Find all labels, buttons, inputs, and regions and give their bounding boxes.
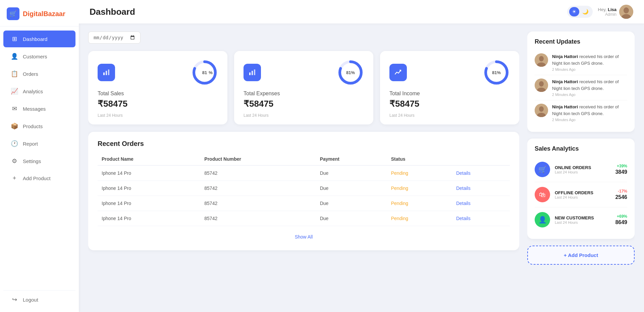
sidebar-item-dashboard[interactable]: ⊞ Dashboard: [3, 31, 75, 47]
sidebar: 🛒 DigitalBazaar ⊞ Dashboard 👤 Customers …: [0, 0, 79, 312]
logo-text: DigitalBazaar: [23, 10, 65, 18]
order-details[interactable]: Details: [452, 181, 510, 196]
sidebar-label-customers: Customers: [23, 54, 47, 59]
sidebar-item-analytics[interactable]: 📈 Analytics: [3, 83, 75, 100]
online-analytics-right: +39% 3849: [615, 164, 627, 175]
svg-point-1: [624, 7, 629, 13]
svg-rect-5: [108, 69, 109, 75]
offline-analytics-info: OFFLINE ORDERS Last 24 Hours: [555, 190, 610, 199]
online-sub: Last 24 Hours: [555, 170, 610, 174]
orders-icon: 📋: [11, 70, 18, 77]
update-text: Ninja Hattori received his order of Nigh…: [552, 104, 627, 117]
expenses-percent: 81%: [346, 70, 355, 75]
order-product-number: 85742: [200, 196, 316, 211]
order-product-name: Iphone 14 Pro: [98, 165, 200, 181]
sidebar-item-add-product[interactable]: + Add Product: [3, 170, 75, 187]
income-ring: 81%: [483, 59, 510, 86]
settings-icon: ⚙: [11, 157, 18, 165]
right-panel: Recent Updates Ninja Hattori received hi…: [527, 32, 635, 304]
col-actions: [452, 153, 510, 165]
order-payment: Due: [316, 211, 387, 226]
order-product-name: Iphone 14 Pro: [98, 181, 200, 196]
expenses-icon: [244, 64, 261, 81]
order-payment: Due: [316, 181, 387, 196]
add-product-sidebar-icon: +: [11, 175, 18, 182]
logo-name-plain: Digital: [23, 10, 43, 17]
svg-point-19: [539, 81, 544, 87]
sidebar-item-settings[interactable]: ⚙ Settings: [3, 153, 75, 169]
main-area: Dashboard ☀ 🌙 Hey, Lisa Admin: [79, 0, 644, 312]
update-avatar: [535, 53, 548, 67]
order-payment: Due: [316, 196, 387, 211]
sales-sub: Last 24 Hours: [98, 113, 218, 118]
sidebar-item-messages[interactable]: ✉ Messages: [3, 100, 75, 117]
date-input[interactable]: [88, 32, 141, 44]
order-product-name: Iphone 14 Pro: [98, 196, 200, 211]
user-info: Hey, Lisa Admin: [598, 5, 633, 19]
dark-theme-button[interactable]: 🌙: [581, 7, 591, 16]
svg-rect-9: [252, 71, 253, 75]
update-item: Ninja Hattori received his order of Nigh…: [535, 100, 627, 125]
analytics-item-online: 🛒 ONLINE ORDERS Last 24 Hours +39% 3849: [535, 157, 627, 182]
sales-percent: 81: [202, 70, 207, 75]
svg-point-22: [539, 106, 544, 112]
col-product-number: Product Number: [200, 153, 316, 165]
logo: 🛒 DigitalBazaar: [0, 0, 79, 27]
messages-icon: ✉: [11, 105, 18, 112]
sidebar-label-analytics: Analytics: [23, 89, 43, 94]
expenses-value: ₹58475: [244, 99, 364, 109]
sidebar-item-orders[interactable]: 📋 Orders: [3, 65, 75, 82]
customers-label: NEW CUSTOMERS: [555, 215, 610, 220]
online-change: +39%: [617, 164, 627, 168]
logout-icon: ↪: [11, 296, 18, 303]
online-analytics-info: ONLINE ORDERS Last 24 Hours: [555, 165, 610, 174]
analytics-icon: 📈: [11, 88, 18, 95]
report-icon: 🕐: [11, 140, 18, 147]
income-icon: [389, 64, 407, 81]
sidebar-item-report[interactable]: 🕐 Report: [3, 135, 75, 152]
table-row: Iphone 14 Pro 85742 Due Pending Details: [98, 196, 510, 211]
logout-label: Logout: [23, 297, 38, 303]
offline-change: -17%: [618, 189, 627, 194]
update-content: Ninja Hattori received his order of Nigh…: [552, 53, 627, 71]
income-percent: 81%: [492, 70, 501, 75]
add-product-dashed-button[interactable]: + Add Product: [527, 246, 635, 265]
order-details[interactable]: Details: [452, 165, 510, 181]
page-title: Dashboard: [90, 7, 135, 17]
offline-sub: Last 24 Hours: [555, 195, 610, 199]
online-label: ONLINE ORDERS: [555, 165, 610, 170]
update-text: Ninja Hattori received his order of Nigh…: [552, 53, 627, 66]
sidebar-label-products: Products: [23, 123, 43, 129]
customers-change: +69%: [617, 214, 627, 219]
user-greeting: Hey, Lisa: [598, 7, 616, 12]
order-product-name: Iphone 14 Pro: [98, 211, 200, 226]
orders-section: Recent Orders Product Name Product Numbe…: [88, 132, 519, 250]
show-all-button[interactable]: Show All: [98, 231, 510, 242]
order-status: Pending: [387, 165, 452, 181]
recent-updates-card: Recent Updates Ninja Hattori received hi…: [527, 32, 635, 132]
table-row: Iphone 14 Pro 85742 Due Pending Details: [98, 181, 510, 196]
sales-value: ₹58475: [98, 99, 218, 109]
update-item: Ninja Hattori received his order of Nigh…: [535, 75, 627, 100]
order-product-number: 85742: [200, 181, 316, 196]
logo-name-accent: Bazaar: [43, 10, 65, 17]
customers-icon: 👤: [11, 53, 18, 60]
order-details[interactable]: Details: [452, 196, 510, 211]
light-theme-button[interactable]: ☀: [569, 7, 579, 16]
orders-title: Recent Orders: [98, 140, 510, 148]
sidebar-item-products[interactable]: 📦 Products: [3, 118, 75, 135]
update-text: Ninja Hattori received his order of Nigh…: [552, 79, 627, 92]
dashboard-icon: ⊞: [11, 35, 18, 43]
update-content: Ninja Hattori received his order of Nigh…: [552, 104, 627, 122]
sidebar-label-report: Report: [23, 141, 38, 147]
sidebar-item-customers[interactable]: 👤 Customers: [3, 48, 75, 65]
income-title: Total Income: [389, 91, 510, 97]
offline-analytics-icon: 🛍: [535, 187, 550, 202]
col-payment: Payment: [316, 153, 387, 165]
order-details[interactable]: Details: [452, 211, 510, 226]
analytics-item-offline: 🛍 OFFLINE ORDERS Last 24 Hours -17% 2546: [535, 182, 627, 207]
update-time: 2 Minutes Ago: [552, 118, 627, 122]
order-status: Pending: [387, 211, 452, 226]
logo-icon: 🛒: [7, 7, 19, 20]
logout-item[interactable]: ↪ Logout: [3, 290, 75, 309]
